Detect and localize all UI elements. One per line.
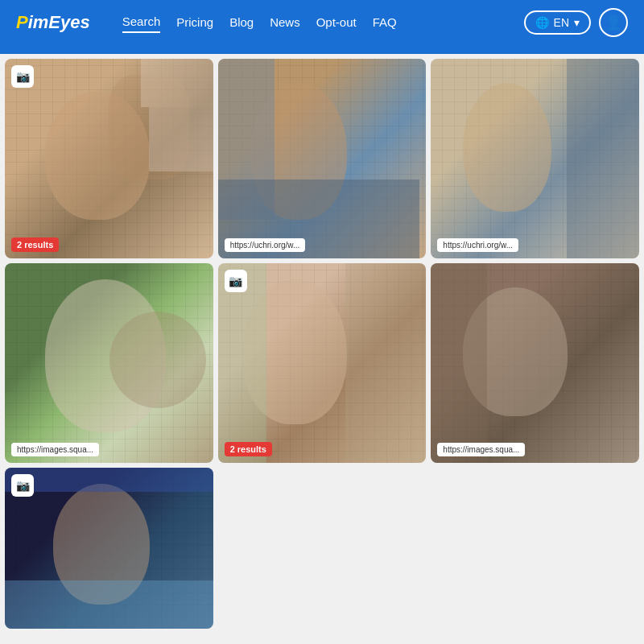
chevron-down-icon: ▾ bbox=[574, 16, 580, 29]
person-icon: 👤 bbox=[605, 14, 622, 31]
url-badge-3: https://uchri.org/w... bbox=[437, 238, 518, 252]
header: PimEyes Search Pricing Blog News Opt-out… bbox=[0, 0, 644, 44]
nav-optout[interactable]: Opt-out bbox=[316, 12, 357, 32]
nav-search[interactable]: Search bbox=[122, 11, 161, 33]
pixel-block bbox=[345, 263, 426, 463]
card-7[interactable]: 📷 bbox=[5, 468, 213, 629]
results-badge-1: 2 results bbox=[11, 237, 59, 252]
lang-label: EN bbox=[554, 16, 569, 29]
pixel-block-mask bbox=[5, 580, 213, 629]
card-2[interactable]: https://uchri.org/w... bbox=[218, 59, 427, 258]
card-4[interactable]: https://images.squa... bbox=[5, 263, 213, 463]
card-6[interactable]: https://images.squa... bbox=[431, 263, 639, 463]
url-badge-2: https://uchri.org/w... bbox=[225, 238, 306, 252]
card-5[interactable]: 📷 2 results bbox=[218, 263, 427, 463]
pixel-block-top bbox=[5, 468, 213, 492]
nav-faq[interactable]: FAQ bbox=[373, 12, 397, 32]
results-badge-5: 2 results bbox=[225, 442, 272, 456]
language-button[interactable]: 🌐 EN ▾ bbox=[524, 10, 591, 35]
pixel-block bbox=[149, 107, 213, 171]
logo: PimEyes bbox=[16, 12, 90, 33]
url-badge-4: https://images.squa... bbox=[11, 443, 99, 456]
user-button[interactable]: 👤 bbox=[599, 8, 628, 37]
nav: Search Pricing Blog News Opt-out FAQ bbox=[122, 11, 516, 33]
card-3[interactable]: https://uchri.org/w... bbox=[431, 59, 639, 258]
face-region-3 bbox=[463, 83, 551, 212]
header-right: 🌐 EN ▾ 👤 bbox=[524, 8, 628, 37]
card-icon-5: 📷 bbox=[225, 270, 247, 292]
card-1[interactable]: 📷 2 results bbox=[5, 59, 213, 258]
globe-icon: 🌐 bbox=[535, 16, 549, 29]
nav-pricing[interactable]: Pricing bbox=[176, 12, 213, 32]
card-icon-1: 📷 bbox=[11, 65, 34, 88]
pixel-block bbox=[431, 263, 487, 463]
face-region-4b bbox=[109, 312, 206, 408]
nav-news[interactable]: News bbox=[270, 12, 300, 32]
pixel-block bbox=[141, 59, 213, 107]
pixel-block bbox=[567, 59, 639, 258]
pixel-block bbox=[218, 263, 266, 463]
url-badge-6: https://images.squa... bbox=[437, 443, 525, 456]
sub-bar bbox=[0, 44, 644, 54]
nav-blog[interactable]: Blog bbox=[229, 12, 254, 32]
card-icon-7: 📷 bbox=[11, 474, 34, 497]
image-grid: 📷 2 results https://uchri.org/w... https… bbox=[0, 54, 644, 634]
